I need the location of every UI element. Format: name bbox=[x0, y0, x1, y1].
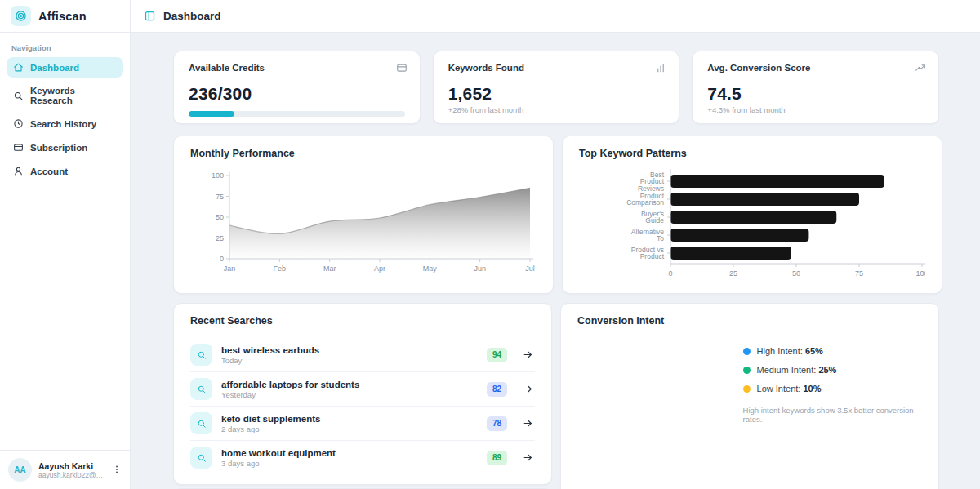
arrow-right-icon bbox=[523, 384, 533, 394]
legend-label: Medium Intent: 25% bbox=[757, 365, 837, 375]
dots-vertical-icon bbox=[112, 465, 122, 474]
arrow-right-icon bbox=[523, 418, 533, 429]
recent-searches-card: Recent Searches best wireless earbudsTod… bbox=[173, 303, 552, 485]
svg-text:Jan: Jan bbox=[224, 265, 236, 273]
bar-chart-icon bbox=[655, 62, 666, 73]
trending-up-icon bbox=[915, 62, 926, 73]
arrow-right-icon bbox=[523, 452, 533, 463]
stat-card-available-credits: Available Credits236/300 bbox=[173, 51, 421, 124]
user-section[interactable]: AA Aayush Karki aayush.karki022@gmail.co… bbox=[0, 450, 130, 489]
conversion-intent-title: Conversion Intent bbox=[577, 315, 922, 327]
affiscan-logo-icon bbox=[11, 6, 31, 26]
legend-item-high-intent-: High Intent: 65% bbox=[743, 346, 922, 356]
sidebar-item-label: Subscription bbox=[30, 143, 87, 153]
score-badge: 78 bbox=[487, 416, 507, 431]
search-query: keto diet supplements bbox=[221, 414, 478, 424]
legend-item-low-intent-: Low Intent: 10% bbox=[743, 384, 922, 393]
search-meta: home workout equipment3 days ago bbox=[221, 448, 478, 468]
stat-card-icon bbox=[396, 62, 408, 77]
search-time: 3 days ago bbox=[221, 459, 478, 468]
legend-dot-icon bbox=[743, 367, 751, 374]
conversion-intent-note: High intent keywords show 3.5x better co… bbox=[743, 406, 922, 424]
top-keyword-patterns-card: Top Keyword Patterns BestProductReviewsP… bbox=[562, 136, 942, 294]
svg-text:100: 100 bbox=[212, 171, 224, 180]
legend-item-medium-intent-: Medium Intent: 25% bbox=[743, 365, 922, 375]
open-search-button[interactable] bbox=[523, 349, 533, 360]
credit-card-icon bbox=[13, 142, 24, 153]
credits-progress-bar bbox=[189, 111, 405, 117]
svg-text:Product: Product bbox=[640, 252, 665, 260]
search-icon bbox=[197, 350, 207, 360]
sidebar-item-search-history[interactable]: Search History bbox=[7, 113, 123, 134]
sidebar-item-dashboard[interactable]: Dashboard bbox=[7, 57, 123, 78]
sidebar-item-subscription[interactable]: Subscription bbox=[7, 137, 123, 158]
legend-label: Low Intent: 10% bbox=[757, 384, 822, 393]
charts-row: Monthly Performance 0255075100JanFebMarA… bbox=[173, 136, 939, 294]
svg-text:May: May bbox=[423, 265, 438, 273]
svg-text:75: 75 bbox=[855, 269, 863, 278]
search-row[interactable]: keto diet supplements2 days ago78 bbox=[190, 406, 535, 440]
sidebar-item-label: Account bbox=[30, 167, 68, 176]
dashboard-panel-icon bbox=[144, 10, 156, 22]
search-query: best wireless earbuds bbox=[221, 345, 478, 355]
search-item-icon-box bbox=[190, 378, 212, 400]
search-query: home workout equipment bbox=[221, 448, 478, 458]
nav-section-label: Navigation bbox=[0, 33, 130, 57]
sidebar-item-keywords-research[interactable]: Keywords Research bbox=[7, 81, 123, 110]
stat-delta: +28% from last month bbox=[448, 105, 665, 114]
svg-text:Guide: Guide bbox=[645, 216, 664, 224]
search-row[interactable]: best wireless earbudsToday94 bbox=[190, 338, 535, 371]
svg-text:0: 0 bbox=[220, 255, 224, 263]
bottom-row: Recent Searches best wireless earbudsTod… bbox=[173, 303, 939, 489]
svg-text:75: 75 bbox=[216, 193, 224, 201]
app-logo[interactable]: Affiscan bbox=[0, 0, 130, 33]
arrow-right-icon bbox=[523, 349, 533, 360]
svg-text:Jun: Jun bbox=[474, 265, 486, 273]
monthly-performance-chart: 0255075100JanFebMarAprMayJunJul bbox=[190, 164, 537, 287]
stat-card-icon bbox=[655, 62, 666, 77]
search-time: 2 days ago bbox=[221, 425, 478, 433]
score-badge: 89 bbox=[487, 451, 507, 465]
top-keyword-patterns-title: Top Keyword Patterns bbox=[579, 148, 925, 159]
app-name: Affiscan bbox=[38, 10, 87, 23]
stat-delta: +4.3% from last month bbox=[707, 105, 924, 114]
sidebar-item-account[interactable]: Account bbox=[7, 161, 123, 181]
stat-value: 236/300 bbox=[189, 84, 405, 104]
search-query: affordable laptops for students bbox=[221, 380, 478, 389]
search-item-icon-box bbox=[190, 412, 212, 434]
avatar: AA bbox=[8, 458, 32, 482]
recent-searches-title: Recent Searches bbox=[190, 315, 535, 327]
legend-dot-icon bbox=[743, 385, 751, 393]
stat-card-avg-conversion-score: Avg. Conversion Score74.5+4.3% from last… bbox=[692, 51, 939, 124]
user-meta: Aayush Karki aayush.karki022@gmail.com bbox=[38, 461, 104, 479]
sidebar: Affiscan Navigation DashboardKeywords Re… bbox=[0, 0, 131, 489]
stat-value: 1,652 bbox=[448, 84, 665, 104]
open-search-button[interactable] bbox=[523, 418, 533, 429]
score-badge: 82 bbox=[487, 382, 507, 397]
svg-text:25: 25 bbox=[216, 234, 224, 242]
credits-progress-fill bbox=[189, 111, 234, 117]
legend-label: High Intent: 65% bbox=[757, 346, 823, 356]
stat-title: Avg. Conversion Score bbox=[707, 63, 924, 73]
svg-text:Comparison: Comparison bbox=[626, 198, 664, 207]
conversion-intent-card: Conversion Intent High Intent: 65%Medium… bbox=[560, 303, 939, 489]
user-name: Aayush Karki bbox=[38, 461, 104, 471]
search-row[interactable]: affordable laptops for studentsYesterday… bbox=[190, 371, 535, 406]
svg-text:25: 25 bbox=[729, 269, 737, 278]
search-meta: keto diet supplements2 days ago bbox=[221, 414, 478, 433]
main-content: Available Credits236/300Keywords Found1,… bbox=[131, 33, 980, 489]
clock-icon bbox=[13, 118, 24, 129]
open-search-button[interactable] bbox=[523, 452, 533, 463]
bottom-left-column: Recent Searches best wireless earbudsTod… bbox=[173, 303, 552, 489]
search-icon bbox=[197, 419, 207, 429]
sidebar-item-label: Keywords Research bbox=[30, 86, 117, 105]
search-row[interactable]: home workout equipment3 days ago89 bbox=[190, 440, 535, 474]
sidebar-item-label: Dashboard bbox=[30, 63, 79, 73]
user-menu-button[interactable] bbox=[110, 461, 123, 479]
page-title: Dashboard bbox=[163, 10, 221, 22]
stats-row: Available Credits236/300Keywords Found1,… bbox=[173, 51, 939, 124]
search-meta: best wireless earbudsToday bbox=[221, 345, 478, 365]
open-search-button[interactable] bbox=[523, 384, 533, 394]
search-meta: affordable laptops for studentsYesterday bbox=[221, 380, 478, 399]
credit-card-icon bbox=[396, 62, 408, 73]
